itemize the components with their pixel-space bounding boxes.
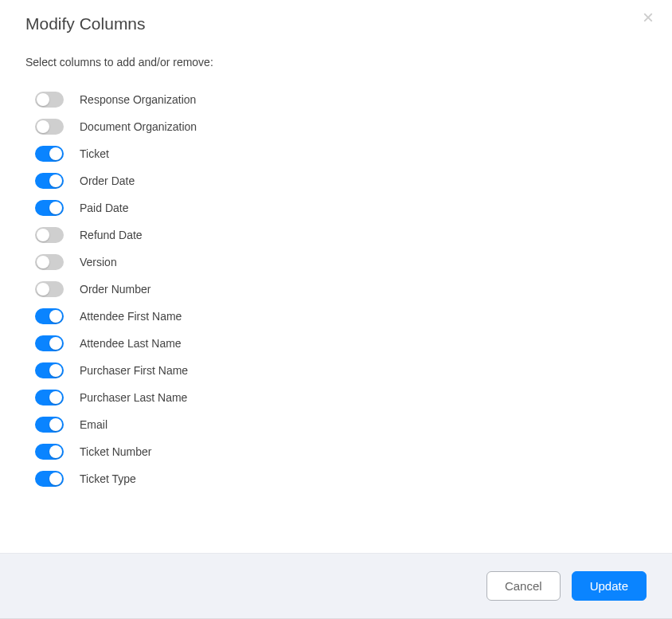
column-label: Paid Date [80,202,128,214]
column-label: Order Number [80,283,150,296]
column-label: Ticket [80,147,109,160]
close-icon: × [643,8,654,27]
column-row: Ticket Type [35,465,636,492]
toggle-knob [49,418,62,431]
toggle-knob [49,391,62,404]
column-toggle[interactable] [35,200,64,216]
column-toggle[interactable] [35,173,64,189]
column-label: Purchaser First Name [80,364,188,377]
column-row: Attendee Last Name [35,330,636,357]
column-toggle[interactable] [35,362,64,378]
column-toggle[interactable] [35,92,64,108]
column-row: Paid Date [35,194,636,221]
update-button[interactable]: Update [572,571,647,601]
columns-scroll-container: Response OrganizationDocument Organizati… [25,78,647,508]
column-row: Document Organization [35,113,636,140]
column-toggle[interactable] [35,471,64,487]
toggle-knob [49,364,62,377]
column-row: Version [35,249,636,276]
column-toggle[interactable] [35,335,64,351]
toggle-knob [49,202,62,214]
column-label: Refund Date [80,229,143,241]
column-row: Refund Date [35,221,636,249]
toggle-knob [49,147,62,160]
column-toggle[interactable] [35,390,64,405]
toggle-knob [49,174,62,187]
close-button[interactable]: × [639,8,658,27]
column-label: Ticket Type [80,472,136,485]
toggle-knob [37,120,49,133]
toggle-knob [49,337,62,350]
column-toggle[interactable] [35,417,64,433]
column-row: Email [35,411,636,438]
column-toggle[interactable] [35,281,64,297]
toggle-knob [37,256,49,268]
columns-list[interactable]: Response OrganizationDocument Organizati… [25,78,646,508]
column-toggle[interactable] [35,444,64,460]
column-row: Attendee First Name [35,303,636,330]
toggle-knob [37,229,49,241]
column-toggle[interactable] [35,146,64,162]
modify-columns-modal: Modify Columns × Select columns to add a… [0,0,672,619]
toggle-knob [37,283,49,296]
column-label: Attendee Last Name [80,337,182,350]
modal-subtitle: Select columns to add and/or remove: [0,33,672,78]
column-toggle[interactable] [35,308,64,324]
column-row: Purchaser Last Name [35,384,636,411]
toggle-knob [49,472,62,485]
column-toggle[interactable] [35,227,64,243]
toggle-knob [37,93,49,106]
column-toggle[interactable] [35,119,64,135]
column-row: Order Date [35,167,636,194]
modal-header: Modify Columns × [0,0,672,33]
column-label: Response Organization [80,93,196,106]
modal-title: Modify Columns [25,14,647,33]
column-label: Email [80,418,107,431]
toggle-knob [49,445,62,458]
column-label: Ticket Number [80,445,152,458]
column-label: Purchaser Last Name [80,391,187,404]
column-row: Order Number [35,276,636,303]
column-toggle[interactable] [35,254,64,270]
column-label: Document Organization [80,120,197,133]
column-row: Response Organization [35,86,636,113]
column-row: Ticket [35,140,636,167]
column-label: Order Date [80,174,135,187]
column-row: Ticket Number [35,438,636,465]
cancel-button[interactable]: Cancel [486,571,561,601]
column-label: Attendee First Name [80,310,182,323]
column-row: Purchaser First Name [35,357,636,384]
modal-footer: Cancel Update [0,553,672,619]
column-label: Version [80,256,117,268]
toggle-knob [49,310,62,323]
